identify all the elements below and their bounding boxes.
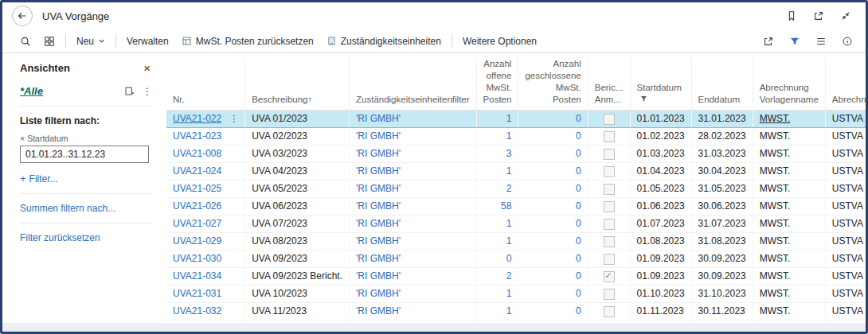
cell-vorlage[interactable]: MWST.	[753, 267, 825, 285]
cell-beschreibung[interactable]: UVA 07/2023	[245, 215, 350, 232]
cell-beschreibung[interactable]: UVA 11/2023	[245, 302, 350, 320]
cell-vorlage[interactable]: MWST.	[753, 250, 825, 267]
cell-offene[interactable]: 1	[476, 110, 518, 127]
cell-vorlage[interactable]: MWST.	[753, 110, 825, 127]
cell-enddatum[interactable]: 30.04.2023	[691, 162, 753, 180]
cell-bericht[interactable]	[588, 232, 630, 250]
cell-startdatum[interactable]: 01.08.2023	[630, 232, 691, 250]
cell-startdatum[interactable]: 01.02.2023	[630, 127, 691, 145]
cell-offene[interactable]: 1	[476, 232, 518, 250]
cell-zust[interactable]: 'RI GMBH'	[350, 232, 477, 250]
column-header-beschreibung[interactable]: Beschreibung↑	[245, 56, 350, 110]
cell-beschreibung[interactable]: UVA 05/2023	[245, 180, 350, 197]
cell-abrname[interactable]: USTVA	[825, 127, 866, 145]
cell-bericht[interactable]	[588, 127, 630, 145]
cell-nr[interactable]: UVA21-008	[166, 145, 245, 162]
cell-nr[interactable]: UVA21-024	[166, 162, 245, 180]
cell-bericht[interactable]	[588, 250, 630, 267]
cell-bericht[interactable]	[588, 162, 630, 180]
cell-startdatum[interactable]: 01.10.2023	[630, 285, 691, 302]
cell-vorlage[interactable]: MWST.	[753, 145, 825, 162]
table-row[interactable]: UVA21-034UVA 09/2023 Bericht.'RI GMBH'20…	[166, 267, 866, 285]
cell-startdatum[interactable]: 01.11.2023	[630, 302, 691, 320]
add-filter-button[interactable]: + Filter...	[20, 173, 58, 184]
column-header-nr[interactable]: Nr.	[166, 56, 245, 110]
cell-enddatum[interactable]: 30.09.2023	[691, 267, 753, 285]
table-row[interactable]: UVA21-022⋮UVA 01/2023'RI GMBH'1001.01.20…	[166, 110, 866, 127]
cell-abrname[interactable]: USTVA	[825, 145, 866, 162]
cell-geschlossene[interactable]: 0	[518, 162, 588, 180]
cell-vorlage[interactable]: MWST.	[753, 127, 825, 145]
table-row[interactable]: UVA21-025UVA 05/2023'RI GMBH'2001.05.202…	[166, 180, 866, 197]
column-header-startdatum[interactable]: Startdatum	[630, 56, 691, 110]
cell-abrname[interactable]: USTVA	[825, 110, 866, 127]
cell-geschlossene[interactable]: 0	[518, 127, 588, 145]
cell-abrname[interactable]: USTVA	[825, 232, 866, 250]
cell-geschlossene[interactable]: 0	[518, 250, 588, 267]
cell-geschlossene[interactable]: 0	[518, 267, 588, 285]
analysis-button[interactable]	[37, 33, 61, 49]
cell-beschreibung[interactable]: UVA 09/2023	[245, 250, 350, 267]
cell-startdatum[interactable]: 01.06.2023	[630, 197, 691, 215]
cell-abrname[interactable]: USTVA	[825, 302, 866, 320]
cell-geschlossene[interactable]: 0	[518, 302, 588, 320]
cell-abrname[interactable]: USTVA	[825, 267, 866, 285]
table-row[interactable]: UVA21-026UVA 06/2023'RI GMBH'58001.06.20…	[166, 197, 866, 215]
cell-startdatum[interactable]: 01.09.2023	[630, 267, 691, 285]
cell-abrname[interactable]: USTVA	[825, 197, 866, 215]
column-header-abrname[interactable]: Abrechnungsna...	[825, 56, 866, 110]
view-item-alle[interactable]: *Alle ⋮	[20, 85, 152, 97]
cell-nr[interactable]: UVA21-030	[166, 250, 245, 267]
cell-bericht[interactable]	[588, 215, 630, 232]
cell-startdatum[interactable]: 01.05.2023	[630, 180, 691, 197]
row-context-menu-icon[interactable]: ⋮	[229, 114, 238, 123]
column-header-geschlossene[interactable]: Anzahl geschlossene MwSt. Posten	[518, 56, 588, 110]
cell-bericht[interactable]	[588, 302, 630, 320]
cell-nr[interactable]: UVA21-032	[166, 302, 245, 320]
cell-enddatum[interactable]: 30.06.2023	[691, 197, 753, 215]
cell-zust[interactable]: 'RI GMBH'	[350, 250, 477, 267]
cell-geschlossene[interactable]: 0	[518, 145, 588, 162]
table-row[interactable]: UVA21-029UVA 08/2023'RI GMBH'1001.08.202…	[166, 232, 866, 250]
table-row[interactable]: UVA21-008UVA 03/2023'RI GMBH'3001.03.202…	[166, 145, 866, 162]
responsibility-units-button[interactable]: Zuständigkeitseinheiten	[320, 33, 448, 49]
search-button[interactable]	[14, 33, 37, 49]
table-row[interactable]: UVA21-027UVA 07/2023'RI GMBH'1001.07.202…	[166, 215, 866, 232]
cell-enddatum[interactable]: 31.05.2023	[691, 180, 753, 197]
cell-bericht[interactable]	[588, 110, 630, 127]
cell-bericht[interactable]	[588, 285, 630, 302]
save-view-icon[interactable]	[124, 86, 135, 96]
remove-filter-icon[interactable]: ×	[20, 134, 25, 143]
cell-enddatum[interactable]: 30.11.2023	[691, 302, 753, 320]
reset-vat-entries-button[interactable]: MwSt. Posten zurücksetzen	[175, 33, 320, 49]
cell-offene[interactable]: 1	[476, 215, 518, 232]
list-layout-button[interactable]	[814, 34, 828, 49]
cell-vorlage[interactable]: MWST.	[753, 197, 825, 215]
cell-offene[interactable]: 2	[476, 267, 518, 285]
column-header-vorlage[interactable]: Abrechnung Vorlagenname	[753, 56, 825, 110]
cell-zust[interactable]: 'RI GMBH'	[350, 302, 477, 320]
share-button[interactable]	[761, 34, 776, 49]
cell-zust[interactable]: 'RI GMBH'	[350, 110, 477, 127]
cell-geschlossene[interactable]: 0	[518, 197, 588, 215]
cell-nr[interactable]: UVA21-022⋮	[166, 110, 245, 127]
collapse-button[interactable]	[839, 9, 853, 23]
cell-abrname[interactable]: USTVA	[825, 285, 866, 302]
back-button[interactable]	[12, 6, 33, 26]
close-filter-pane-button[interactable]: ×	[142, 61, 152, 75]
cell-enddatum[interactable]: 28.02.2023	[691, 127, 753, 145]
cell-abrname[interactable]: USTVA	[825, 215, 866, 232]
table-row[interactable]: UVA21-032UVA 11/2023'RI GMBH'1001.11.202…	[166, 302, 866, 320]
cell-vorlage[interactable]: MWST.	[753, 285, 825, 302]
cell-beschreibung[interactable]: UVA 10/2023	[245, 285, 350, 302]
cell-zust[interactable]: 'RI GMBH'	[350, 215, 477, 232]
cell-geschlossene[interactable]: 0	[518, 232, 588, 250]
cell-abrname[interactable]: USTVA	[825, 180, 866, 197]
cell-bericht[interactable]	[588, 145, 630, 162]
cell-geschlossene[interactable]: 0	[518, 215, 588, 232]
cell-geschlossene[interactable]: 0	[518, 110, 588, 127]
info-pane-button[interactable]	[840, 34, 854, 49]
filter-pane-toggle[interactable]	[788, 34, 802, 49]
cell-beschreibung[interactable]: UVA 04/2023	[245, 162, 350, 180]
cell-nr[interactable]: UVA21-031	[166, 285, 245, 302]
